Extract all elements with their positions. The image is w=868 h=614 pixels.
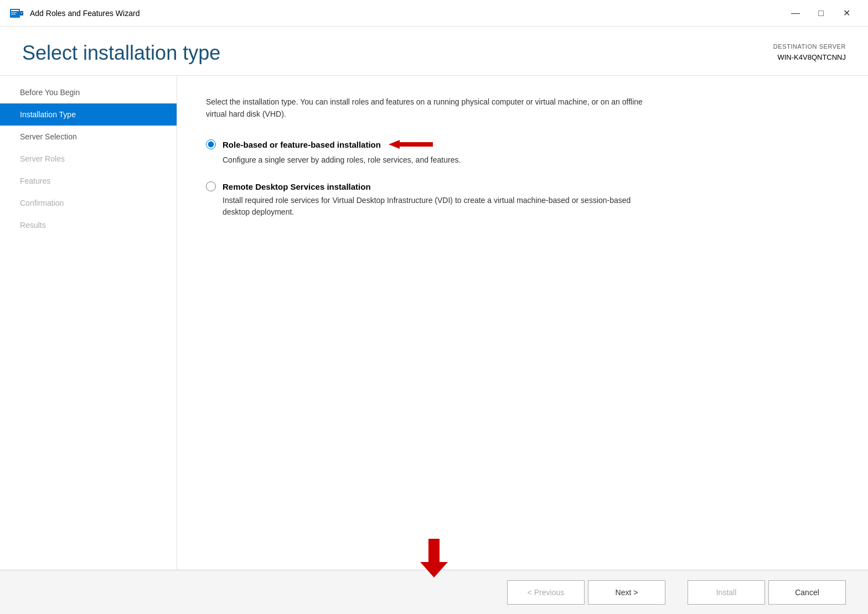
remote-desktop-label: Remote Desktop Services installation — [223, 182, 371, 191]
maximize-button[interactable]: □ — [808, 4, 834, 22]
page-header: Select installation type DESTINATION SER… — [0, 27, 868, 76]
sidebar-item-installation-type[interactable]: Installation Type — [0, 103, 177, 126]
role-based-description: Configure a single server by adding role… — [223, 154, 654, 166]
role-based-label: Role-based or feature-based installation — [223, 140, 381, 149]
next-button[interactable]: Next > — [588, 580, 665, 605]
svg-rect-3 — [11, 14, 16, 15]
wizard-icon — [9, 6, 24, 21]
title-bar-text: Add Roles and Features Wizard — [30, 9, 783, 18]
close-button[interactable]: ✕ — [834, 4, 859, 22]
content-body: Before You Begin Installation Type Serve… — [0, 76, 868, 570]
remote-desktop-description: Install required role services for Virtu… — [223, 195, 654, 218]
main-panel: Select the installation type. You can in… — [177, 76, 868, 570]
previous-button[interactable]: < Previous — [507, 580, 585, 605]
svg-rect-1 — [11, 10, 19, 11]
title-bar-controls: — □ ✕ — [783, 4, 859, 22]
sidebar-item-before-you-begin[interactable]: Before You Begin — [0, 81, 177, 103]
cancel-button[interactable]: Cancel — [768, 580, 846, 605]
sidebar-item-server-roles: Server Roles — [0, 148, 177, 170]
remote-desktop-radio[interactable] — [206, 181, 216, 191]
destination-label: DESTINATION SERVER — [773, 42, 846, 52]
sidebar: Before You Begin Installation Type Serve… — [0, 76, 177, 570]
down-arrow-icon — [420, 539, 448, 577]
footer: < Previous Next > Install Cancel — [0, 570, 868, 614]
intro-text: Select the installation type. You can in… — [206, 96, 660, 121]
role-based-option: Role-based or feature-based installation… — [206, 138, 835, 166]
role-based-radio[interactable] — [206, 139, 216, 149]
svg-rect-6 — [20, 13, 22, 14]
destination-server-info: DESTINATION SERVER WIN-K4V8QNTCNNJ — [773, 42, 846, 63]
svg-marker-8 — [420, 539, 448, 577]
destination-name: WIN-K4V8QNTCNNJ — [773, 52, 846, 64]
svg-marker-7 — [389, 140, 433, 149]
sidebar-item-features: Features — [0, 170, 177, 192]
install-button[interactable]: Install — [688, 580, 765, 605]
page-title: Select installation type — [22, 42, 220, 64]
remote-desktop-option: Remote Desktop Services installation Ins… — [206, 181, 835, 218]
svg-rect-2 — [11, 12, 17, 13]
wizard-window: Add Roles and Features Wizard — □ ✕ Sele… — [0, 0, 868, 614]
left-arrow-annotation — [389, 138, 433, 151]
sidebar-item-results: Results — [0, 214, 177, 236]
down-arrow-annotation — [420, 539, 448, 579]
title-bar: Add Roles and Features Wizard — □ ✕ — [0, 0, 868, 27]
svg-rect-5 — [20, 12, 23, 13]
minimize-button[interactable]: — — [783, 4, 808, 22]
sidebar-item-confirmation: Confirmation — [0, 192, 177, 214]
left-arrow-icon — [389, 138, 433, 151]
sidebar-item-server-selection[interactable]: Server Selection — [0, 126, 177, 148]
